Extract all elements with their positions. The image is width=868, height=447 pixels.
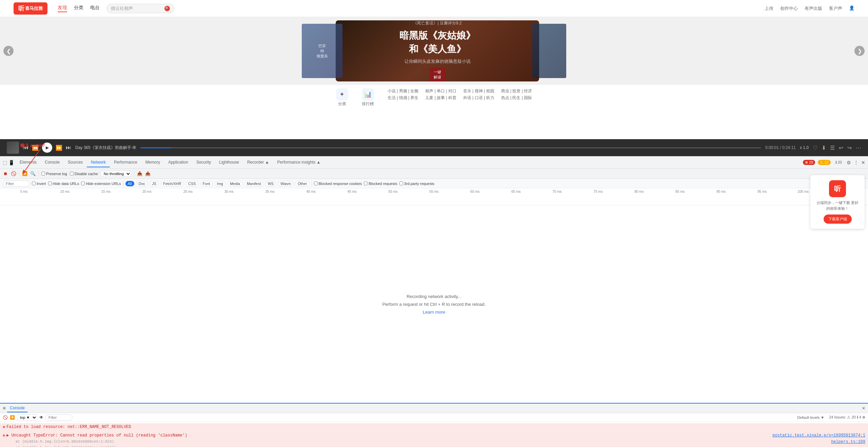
- nav-item-radio[interactable]: 电台: [90, 5, 100, 12]
- nav-right: 上传 创作中心 有声出版 客户声 👤: [765, 5, 854, 12]
- player-next-button[interactable]: ⏭: [66, 145, 71, 151]
- banner-prev-button[interactable]: ❮: [3, 46, 14, 56]
- player-progress-fill: [140, 147, 172, 148]
- filter-type-media[interactable]: Media: [228, 181, 242, 186]
- nav-item-category[interactable]: 分类: [74, 5, 83, 12]
- sidebar-download-button[interactable]: 下载客户端: [824, 215, 852, 224]
- dt-more-icon[interactable]: ⋮: [854, 160, 859, 165]
- dt-icon-mobile[interactable]: 📱: [8, 160, 14, 165]
- nav-upload[interactable]: 上传: [765, 5, 773, 12]
- tab-performance[interactable]: Performance: [110, 158, 141, 167]
- banner-cta[interactable]: 一键解谜: [430, 68, 445, 81]
- console-issues-count: 24 Issues: ⚠ 20 ℹ 4 ⊕: [829, 415, 865, 420]
- devtools: ⬚ 📱 Elements Console Sources Network Per…: [0, 156, 868, 447]
- search-box[interactable]: 德云社相声 🔍: [106, 4, 174, 13]
- tab-memory[interactable]: Memory: [141, 158, 164, 167]
- console-tab[interactable]: Console: [7, 404, 27, 412]
- player-speed[interactable]: x 1.0: [800, 145, 809, 150]
- banner-main: 《死亡童话》| 豆瓣评分9.2 暗黑版《灰姑娘》 和《美人鱼》 让你瞬间头皮发麻…: [336, 20, 539, 81]
- tab-lighthouse[interactable]: Lighthouse: [215, 158, 243, 167]
- console-filter-input[interactable]: [45, 414, 73, 421]
- error-icon-1: ⊗: [3, 424, 5, 431]
- player-forward-skip-icon[interactable]: ↪: [847, 145, 852, 151]
- tl-95ms: 95 ms: [742, 190, 783, 193]
- cat-icon-1[interactable]: ✦ 分类: [336, 88, 348, 107]
- banner-tag: 《死亡童话》| 豆瓣评分9.2: [399, 20, 475, 26]
- filter-type-font[interactable]: Font: [200, 181, 213, 186]
- blocked-cookies-checkbox[interactable]: Blocked response cookies: [314, 182, 362, 186]
- console-msg-text-1: Failed to load resource: net::ERR_NAME_N…: [6, 424, 131, 430]
- annotation-text: 输入 audio?: [20, 143, 61, 149]
- tab-perf-insights[interactable]: Performance insights ▲: [273, 158, 325, 167]
- dt-icon-inspect[interactable]: ⬚: [3, 160, 7, 165]
- devtools-topbar: ⬚ 📱 Elements Console Sources Network Per…: [0, 156, 868, 169]
- cat-icon-2[interactable]: 📊 排行榜: [362, 88, 374, 107]
- search-icon[interactable]: 🔍: [164, 6, 170, 11]
- banner-next-button[interactable]: ❯: [854, 46, 865, 56]
- learn-more-link[interactable]: Learn more: [423, 310, 445, 315]
- tab-sources[interactable]: Sources: [64, 158, 87, 167]
- tab-network[interactable]: Network: [87, 158, 110, 167]
- clear-button[interactable]: 🚫: [11, 171, 16, 176]
- player-like-icon[interactable]: ♡: [813, 145, 817, 151]
- dt-close-icon[interactable]: ✕: [861, 160, 865, 165]
- console-topbar: ⊗ Console ✕: [0, 404, 868, 413]
- banner-book-left: 巴菲特致股东: [302, 24, 342, 78]
- disable-cache-checkbox[interactable]: Disable cache: [70, 172, 98, 176]
- nav-publish[interactable]: 有声出版: [805, 5, 822, 12]
- player-more-icon[interactable]: ⋯: [856, 145, 861, 151]
- console-eye-icon[interactable]: 👁: [39, 415, 43, 420]
- filter-type-js[interactable]: JS: [150, 181, 159, 186]
- tl-65ms: 65 ms: [495, 190, 536, 193]
- export-icon[interactable]: 📤: [145, 171, 151, 176]
- filter-type-all[interactable]: All: [125, 181, 134, 186]
- dt-icon-error-small[interactable]: ⊗: [3, 406, 6, 410]
- console-link-2[interactable]: helpers.ts:109: [831, 440, 865, 444]
- nav-profile[interactable]: 👤: [849, 5, 854, 12]
- banner-subtitle: 让你瞬间头皮发麻的烧脑悬疑小说: [399, 58, 475, 64]
- filter-input[interactable]: [3, 181, 30, 187]
- player-progress-bar[interactable]: [140, 147, 761, 148]
- filter-type-other[interactable]: Other: [295, 181, 310, 186]
- tl-5ms: 5 ms: [3, 190, 44, 193]
- console-ban-icon[interactable]: 🚫: [3, 415, 8, 420]
- console-msg-main-2: ▶ Uncaught TypeError: Cannot read proper…: [6, 432, 771, 439]
- filter-type-wasm[interactable]: Wasm: [278, 181, 293, 186]
- third-party-checkbox[interactable]: 3rd-party requests: [399, 182, 434, 186]
- tl-85ms: 85 ms: [659, 190, 701, 193]
- console-close-icon[interactable]: ✕: [862, 406, 865, 411]
- hide-ext-urls-checkbox[interactable]: Hide extension URLs: [81, 182, 121, 186]
- player-download-icon[interactable]: ⬇: [822, 145, 826, 151]
- dt-settings-icon[interactable]: ⚙: [847, 160, 851, 165]
- tab-application[interactable]: Application: [164, 158, 192, 167]
- nav-item-discover[interactable]: 发现: [58, 5, 67, 12]
- console-filter-icon[interactable]: 🔽: [10, 415, 15, 420]
- record-button[interactable]: ⏺: [3, 171, 8, 176]
- filter-type-doc[interactable]: Doc: [136, 181, 148, 186]
- player-back-icon[interactable]: ↩: [839, 145, 843, 151]
- invert-checkbox[interactable]: Invert: [32, 182, 46, 186]
- toolbar-divider-3: [134, 171, 134, 176]
- filter-type-manifest[interactable]: Manifest: [244, 181, 263, 186]
- filter-type-fetch[interactable]: Fetch/XHR: [161, 181, 184, 186]
- filter-type-img[interactable]: Img: [215, 181, 225, 186]
- nav-user[interactable]: 客户声: [829, 5, 842, 12]
- console-link-1[interactable]: postatic.test.xinale.p/v=16995013674:1: [772, 433, 865, 438]
- nav-create[interactable]: 创作中心: [780, 5, 798, 12]
- recording-line2: Perform a request or hit Ctrl + R to rec…: [382, 302, 486, 307]
- filter-divider: [123, 181, 123, 186]
- player-list-icon[interactable]: ☰: [830, 145, 835, 151]
- tab-security[interactable]: Security: [192, 158, 215, 167]
- logo[interactable]: 听 喜马拉雅: [14, 2, 47, 15]
- hide-data-urls-checkbox[interactable]: Hide data URLs: [48, 182, 79, 186]
- import-icon[interactable]: 📥: [137, 171, 142, 176]
- console-default-levels[interactable]: Default levels ▼: [797, 415, 824, 420]
- filter-type-css[interactable]: CSS: [186, 181, 198, 186]
- console-level-select[interactable]: top ▼: [17, 414, 37, 421]
- tl-70ms: 70 ms: [536, 190, 577, 193]
- throttle-select[interactable]: No throttling: [101, 171, 131, 177]
- tab-recorder[interactable]: Recorder ▲: [243, 158, 273, 167]
- banner-title: 暗黑版《灰姑娘》 和《美人鱼》: [399, 29, 475, 55]
- filter-type-ws[interactable]: WS: [265, 181, 276, 186]
- blocked-requests-checkbox[interactable]: Blocked requests: [364, 182, 397, 186]
